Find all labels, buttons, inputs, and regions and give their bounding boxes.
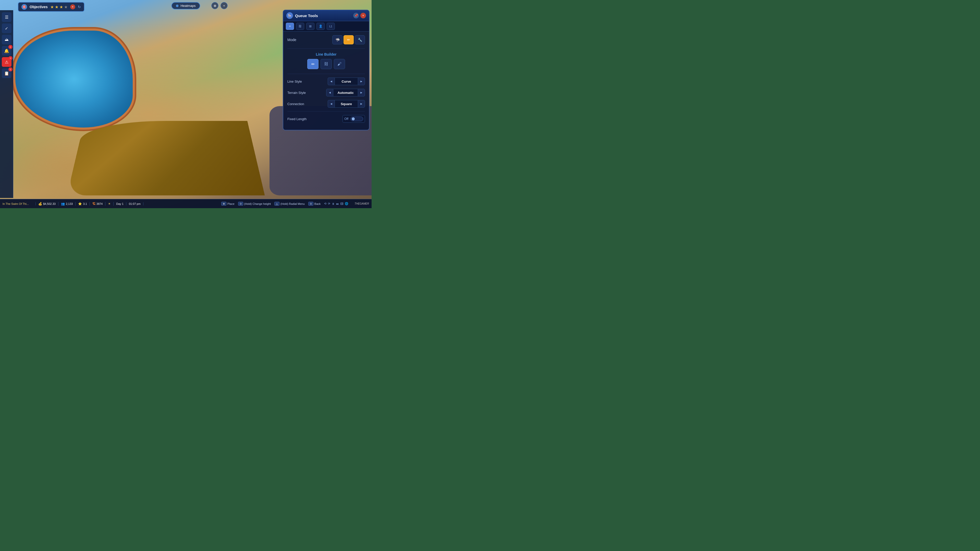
pause-button[interactable]: ⏸ <box>332 202 334 205</box>
queue-tools-panel: 🎠 Queue Tools 📌 × + ⛓ ⊞ 👤 L1 Mode <box>283 10 369 130</box>
close-panel-button[interactable]: × <box>360 13 366 18</box>
connection-value: Square <box>335 100 358 108</box>
panel-header: 🎠 Queue Tools 📌 × <box>283 10 369 21</box>
value-display: 🏗 3874 <box>90 202 105 206</box>
connection-row: Connection ◄ Square ► <box>287 100 365 108</box>
brightness-display: ☀ <box>105 202 114 206</box>
sidebar-item-terrain[interactable]: ⛰ <box>2 35 11 44</box>
mode-row: Mode 🦈 ✏ 🔧 <box>287 35 365 44</box>
tasks-badge: 1 <box>8 67 13 71</box>
terrain-style-next-button[interactable]: ► <box>358 89 365 97</box>
chain-icon: ⛓ <box>324 62 328 66</box>
lb-chain-button[interactable]: ⛓ <box>321 59 332 69</box>
mode-button-1[interactable]: 🦈 <box>332 35 342 44</box>
sidebar-item-notifications[interactable]: 🔔 1 <box>2 46 11 56</box>
rating-display: ⭐ 3.1 <box>76 202 89 206</box>
sidebar-item-objectives[interactable]: ✓ <box>2 24 11 33</box>
line-style-row: Line Style ◄ Curve ► <box>287 78 365 85</box>
rewind-button[interactable]: ⟲ <box>324 202 326 205</box>
terrain-style-value: Automatic <box>333 89 358 97</box>
panel-divider-3 <box>287 111 365 111</box>
camera-move-button[interactable]: ⊕ <box>211 2 218 9</box>
fast-forward-button[interactable]: ⏭ <box>336 202 339 205</box>
panel-body: Mode 🦈 ✏ 🔧 Line Builder ✏ ⛓ <box>283 32 369 130</box>
sidebar-item-tasks[interactable]: 📋 1 <box>2 68 11 78</box>
money-value: $4,502.33 <box>43 202 56 205</box>
tab-person[interactable]: 👤 <box>317 23 325 30</box>
star-2: ★ <box>55 5 59 10</box>
time-display: 01:07 pm <box>126 202 143 205</box>
panel-controls: 📌 × <box>353 13 366 18</box>
mode-button-3[interactable]: 🔧 <box>355 35 365 44</box>
line-style-value: Curve <box>335 78 358 85</box>
money-icon: 💰 <box>38 202 42 206</box>
alerts-badge: 1 <box>8 56 13 60</box>
connection-next-button[interactable]: ► <box>358 100 365 108</box>
globe-button[interactable]: 🌐 <box>345 202 348 205</box>
star-4: ★ <box>64 5 68 10</box>
fixed-length-track[interactable] <box>350 117 363 121</box>
terrain-style-row: Terrain Style ◄ Automatic ► <box>287 89 365 97</box>
pin-button[interactable]: 📌 <box>353 13 359 18</box>
back-key: ⊙ <box>308 202 313 206</box>
star-3: ★ <box>59 5 63 10</box>
status-bar: In The Swim Of Thi... 💰 $4,502.33 👥 2,13… <box>0 199 372 208</box>
fixed-length-toggle[interactable]: Off <box>342 115 365 123</box>
tab-add[interactable]: + <box>286 23 294 30</box>
sidebar-item-alerts[interactable]: ⚠ 1 <box>2 57 11 67</box>
bell-icon: 🔔 <box>4 48 9 53</box>
panel-title-row: 🎠 Queue Tools <box>286 12 318 19</box>
money-display: 💰 $4,502.33 <box>36 202 59 206</box>
rating-value: 3.1 <box>83 202 87 205</box>
guests-icon: 👥 <box>61 202 65 206</box>
guests-value: 2,133 <box>66 202 73 205</box>
camera-plus-button[interactable]: + <box>221 2 228 9</box>
mode-1-icon: 🦈 <box>335 38 340 42</box>
menu-icon: ☰ <box>5 15 8 20</box>
sidebar-item-menu[interactable]: ☰ <box>2 12 11 22</box>
connection-label: Connection <box>287 102 304 106</box>
tab-l1[interactable]: L1 <box>327 23 335 30</box>
place-label: Place <box>228 202 234 205</box>
panel-divider-2 <box>287 74 365 74</box>
lb-draw-button[interactable]: ✏ <box>307 59 318 69</box>
tab-link[interactable]: ⛓ <box>296 23 304 30</box>
draw-icon: ✏ <box>311 62 315 67</box>
mode-2-icon: ✏ <box>347 38 350 42</box>
line-style-next-button[interactable]: ► <box>358 78 365 85</box>
thegamer-logo: THEGAMER <box>355 202 369 205</box>
forward-button[interactable]: ⟳ <box>328 202 330 205</box>
panel-icon: 🎠 <box>286 12 293 19</box>
time-value: 01:07 pm <box>129 202 141 205</box>
rating-icon: ⭐ <box>78 202 82 206</box>
terrain-style-label: Terrain Style <box>287 91 306 95</box>
fixed-length-thumb <box>352 118 355 121</box>
terrain-icon: ⛰ <box>5 37 9 42</box>
day-value: Day 1 <box>116 202 124 205</box>
sun-icon: ☀ <box>108 202 111 206</box>
action-change-height: ⊙ (Hold) Change height <box>238 202 271 206</box>
heatmaps-button[interactable]: Heatmaps <box>171 2 200 10</box>
radial-menu-key: △ <box>274 202 280 206</box>
news-ticker: In The Swim Of Thi... <box>3 202 36 205</box>
tab-grid[interactable]: ⊞ <box>306 23 314 30</box>
person-icon: 👤 <box>319 24 323 28</box>
day-display: Day 1 <box>114 202 126 205</box>
line-style-prev-button[interactable]: ◄ <box>328 78 335 85</box>
connection-control: ◄ Square ► <box>328 100 365 108</box>
connection-prev-button[interactable]: ◄ <box>328 100 335 108</box>
lb-paint-button[interactable]: 🖌 <box>334 59 345 69</box>
grid-icon: ⊞ <box>309 24 312 28</box>
objectives-close-button[interactable]: × <box>70 4 75 10</box>
objectives-title: Objectives <box>30 5 48 9</box>
objectives-icon: 🎯 <box>21 4 27 10</box>
guests-display: 👥 2,133 <box>59 202 76 206</box>
panel-title: Queue Tools <box>295 14 318 18</box>
camera-button[interactable]: 🎞 <box>340 202 343 205</box>
paint-icon: 🖌 <box>337 62 342 66</box>
objectives-refresh-button[interactable]: ↻ <box>78 5 81 9</box>
star-row: ★ ★ ★ ★ <box>50 5 68 10</box>
mode-buttons: 🦈 ✏ 🔧 <box>332 35 365 44</box>
mode-button-2[interactable]: ✏ <box>344 35 354 44</box>
terrain-style-prev-button[interactable]: ◄ <box>326 89 333 97</box>
